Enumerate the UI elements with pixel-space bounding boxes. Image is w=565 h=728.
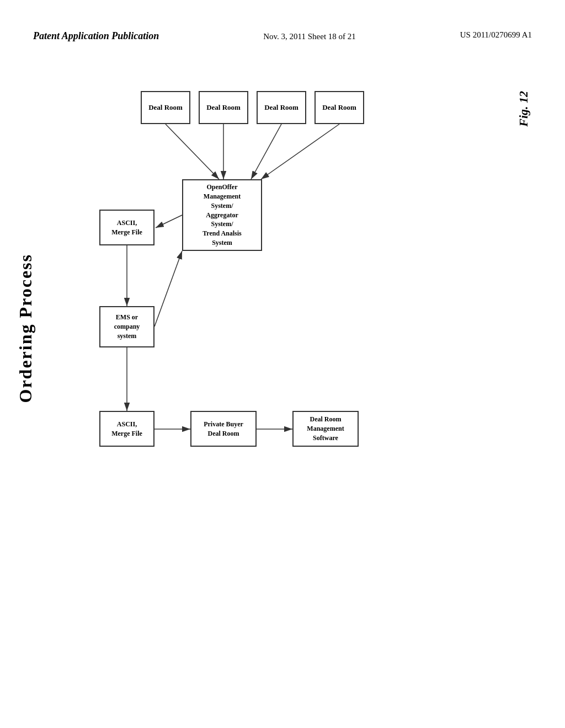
svg-line-6 [156,215,182,228]
ems-company-system: EMS orcompany system [99,306,154,347]
figure-label: Fig. 12 [516,91,531,127]
diagram-container: Deal Room Deal Room Deal Room Deal Room … [55,80,486,676]
svg-line-2 [166,124,219,179]
svg-line-5 [261,124,339,179]
page-header: Patent Application Publication Nov. 3, 2… [0,30,565,43]
svg-line-4 [251,124,281,179]
deal-room-management-software: Deal RoomManagementSoftware [292,411,359,447]
deal-room-box-4: Deal Room [315,91,364,124]
deal-room-box-3: Deal Room [257,91,306,124]
deal-room-box-2: Deal Room [199,91,248,124]
central-management-box: OpenOfferManagementSystem/AggregatorSyst… [182,179,262,251]
deal-room-box-1: Deal Room [141,91,190,124]
diagram-arrows [55,80,486,676]
publication-title: Patent Application Publication [33,30,159,42]
sheet-info: Nov. 3, 2011 Sheet 18 of 21 [263,30,356,43]
private-buyer-deal-room: Private BuyerDeal Room [190,411,257,447]
ascii-merge-file-bottom: ASCII,Merge File [99,411,154,447]
patent-number: US 2011/0270699 A1 [460,30,532,40]
ascii-merge-file-top: ASCII,Merge File [99,210,154,245]
ordering-process-label: Ordering Process [15,254,36,403]
svg-line-9 [154,251,182,326]
